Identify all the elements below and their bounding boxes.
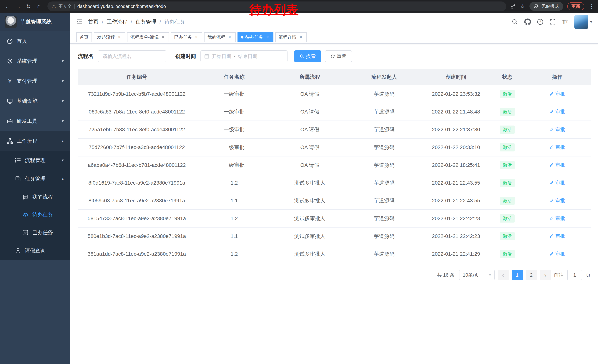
close-icon[interactable]: × — [227, 35, 232, 40]
tab-done-tasks[interactable]: 已办任务× — [171, 32, 202, 42]
sidebar-item-home[interactable]: 首页 — [0, 31, 70, 51]
sidebar-item-done-tasks[interactable]: 已办任务 — [0, 224, 70, 242]
sidebar-item-todo-tasks[interactable]: 待办任务 — [0, 206, 70, 224]
page-button-2[interactable]: 2 — [526, 270, 537, 280]
sidebar-item-leave-query[interactable]: 请假查询 — [0, 242, 70, 260]
close-icon[interactable]: × — [298, 35, 303, 40]
goto-page-input[interactable] — [567, 270, 582, 280]
approve-link[interactable]: 审批 — [549, 91, 565, 97]
tab-process-detail[interactable]: 流程详情× — [275, 32, 307, 42]
yen-icon: ¥ — [7, 78, 13, 84]
approve-link[interactable]: 审批 — [549, 162, 565, 168]
approve-link-label: 审批 — [555, 215, 565, 222]
approve-link-label: 审批 — [555, 162, 565, 168]
sidebar-item-workflow[interactable]: 工作流程 ▴ — [0, 131, 70, 151]
browser-menu-icon[interactable]: ⋮ — [588, 3, 595, 9]
cell-task-id: 725a1eb6-7b88-11ec-8ef0-acde48001122 — [78, 121, 196, 138]
sidebar-item-my-process[interactable]: 我的流程 — [0, 188, 70, 206]
sidebar-item-devtools[interactable]: 研发工具 ▾ — [0, 111, 70, 131]
approve-link-label: 审批 — [555, 126, 565, 133]
list-icon — [15, 157, 21, 163]
breadcrumb-item[interactable]: 工作流程 — [107, 18, 127, 25]
tab-label: 已办任务 — [174, 34, 192, 40]
breadcrumb-item[interactable]: 任务管理 — [136, 18, 156, 25]
approve-link[interactable]: 审批 — [549, 251, 565, 257]
page-button-1[interactable]: 1 — [512, 270, 523, 280]
page-content: 流程名 创建时间 开始日期 - 结束日期 搜索 重 — [70, 44, 598, 364]
bookmark-star-icon[interactable]: ☆ — [520, 3, 525, 10]
github-icon[interactable] — [524, 18, 531, 25]
close-icon[interactable]: × — [117, 35, 122, 40]
approve-link[interactable]: 审批 — [549, 180, 565, 186]
tab-my-process[interactable]: 我的流程× — [204, 32, 236, 42]
status-badge: 激活 — [500, 197, 515, 205]
process-name-input[interactable] — [98, 50, 166, 62]
sidebar-item-payment[interactable]: ¥ 支付管理 ▾ — [0, 71, 70, 91]
cell-starter: 芋道源码 — [347, 138, 421, 156]
tab-process-form-edit[interactable]: 流程表单-编辑× — [127, 32, 169, 42]
reset-button[interactable]: 重置 — [325, 50, 352, 62]
edit-icon — [549, 234, 554, 238]
next-page-button[interactable]: › — [540, 270, 551, 280]
sidebar-collapse-icon[interactable] — [76, 18, 83, 25]
font-size-icon[interactable]: TT — [562, 19, 568, 25]
cell-process: OA 请假 — [273, 121, 347, 138]
incognito-label: 无痕模式 — [541, 3, 559, 9]
browser-back-button[interactable]: ← — [3, 1, 13, 11]
table-row: a6aba0a4-7b6d-11ec-b781-acde48001122 一级审… — [78, 156, 590, 174]
cell-process: 测试多审批人 — [273, 210, 347, 227]
approve-link[interactable]: 审批 — [549, 215, 565, 222]
dashboard-icon — [7, 38, 13, 44]
tab-label: 发起流程 — [97, 34, 115, 40]
close-icon[interactable]: × — [194, 35, 199, 40]
sidebar-item-infrastructure[interactable]: 基础设施 ▾ — [0, 91, 70, 111]
workflow-icon — [7, 138, 13, 144]
password-key-icon[interactable] — [510, 3, 516, 9]
sidebar-item-process-management[interactable]: 流程管理 ▾ — [0, 151, 70, 170]
breadcrumb-item[interactable]: 首页 — [88, 18, 99, 25]
chevron-down-icon: ▾ — [62, 119, 64, 123]
edit-icon — [549, 216, 554, 220]
approve-link[interactable]: 审批 — [549, 197, 565, 204]
page-size-select[interactable]: 10条/页 ▾ — [459, 270, 495, 280]
cell-starter: 芋道源码 — [347, 156, 421, 174]
search-icon[interactable] — [512, 19, 518, 25]
main-area: 首页 / 工作流程 / 任务管理 / 待办任务 ? — [70, 13, 598, 364]
close-icon[interactable]: × — [265, 35, 270, 40]
approve-link[interactable]: 审批 — [549, 233, 565, 239]
navbar-actions: ? TT ▾ — [512, 15, 592, 29]
edit-icon — [549, 180, 554, 185]
sidebar-item-task-management[interactable]: 任务管理 ▴ — [0, 170, 70, 188]
tab-home[interactable]: 首页 — [76, 32, 92, 42]
app-frame: 芋道管理系统 首页 系统管理 ▾ ¥ 支付管理 ▾ 基础设施 ▾ — [0, 13, 598, 364]
date-range-picker[interactable]: 开始日期 - 结束日期 — [200, 50, 288, 62]
tab-todo-tasks[interactable]: 待办任务× — [238, 32, 274, 42]
browser-forward-button[interactable]: → — [13, 1, 23, 11]
cell-create-time: 2022-01-21 22:42:23 — [422, 210, 491, 227]
help-icon[interactable]: ? — [537, 19, 543, 25]
prev-page-button[interactable]: ‹ — [498, 270, 509, 280]
sidebar-item-label: 已办任务 — [32, 229, 53, 236]
fullscreen-icon[interactable] — [549, 19, 556, 25]
sidebar-item-system[interactable]: 系统管理 ▾ — [0, 51, 70, 71]
browser-reload-button[interactable]: ↻ — [24, 1, 33, 11]
approve-link[interactable]: 审批 — [549, 126, 565, 133]
browser-update-button[interactable]: 更新 — [567, 2, 584, 10]
search-button[interactable]: 搜索 — [294, 50, 321, 62]
browser-home-button[interactable]: ⌂ — [34, 1, 44, 11]
sidebar-item-label: 研发工具 — [17, 118, 37, 125]
approve-link[interactable]: 审批 — [549, 108, 565, 115]
table-row: 75d72608-7b7f-11ec-a3c8-acde48001122 一级审… — [78, 138, 590, 156]
cell-create-time: 2022-01-21 22:43:55 — [422, 174, 491, 192]
cell-starter: 芋道源码 — [347, 121, 421, 138]
cell-task-name: 一级审批 — [196, 103, 273, 121]
approve-link[interactable]: 审批 — [549, 144, 565, 151]
user-avatar-menu[interactable]: ▾ — [574, 15, 592, 29]
cell-process: OA 请假 — [273, 138, 347, 156]
edit-icon — [549, 127, 554, 132]
user-avatar[interactable] — [574, 15, 588, 29]
tab-start-process[interactable]: 发起流程× — [94, 32, 125, 42]
active-tab-dot — [241, 36, 243, 39]
goto-label: 前往 — [554, 272, 564, 278]
close-icon[interactable]: × — [160, 35, 166, 40]
